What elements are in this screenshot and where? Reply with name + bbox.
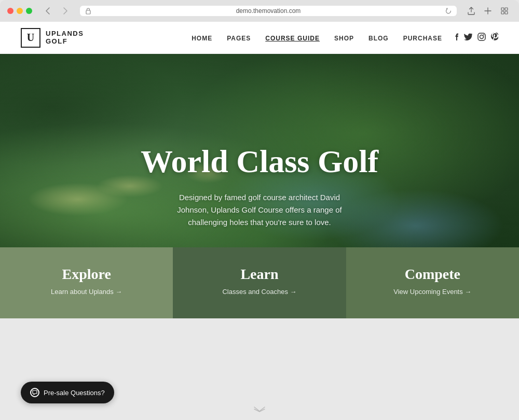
browser-titlebar: demo.themovation.com xyxy=(0,0,519,22)
grid-button[interactable] xyxy=(497,5,512,17)
new-tab-button[interactable] xyxy=(481,5,495,17)
pinterest-icon[interactable] xyxy=(491,33,498,43)
svg-point-7 xyxy=(483,34,484,35)
forward-button[interactable] xyxy=(58,5,73,17)
nav-links: HOME PAGES COURSE GUIDE SHOP BLOG PURCHA… xyxy=(192,33,442,43)
browser-actions xyxy=(464,5,512,17)
website: U UPLANDS GOLF HOME PAGES COURSE GUIDE S… xyxy=(0,22,519,318)
url-text: demo.themovation.com xyxy=(94,7,442,15)
chat-button[interactable]: Pre-sale Questions? xyxy=(21,382,114,403)
twitter-icon[interactable] xyxy=(464,33,472,42)
logo-sub: GOLF xyxy=(46,38,84,45)
nav-home[interactable]: HOME xyxy=(192,35,212,42)
compete-link[interactable]: View Upcoming Events → xyxy=(393,288,471,296)
browser-window: demo.themovation.com xyxy=(0,0,519,22)
hero-section: World Class Golf Designed by famed golf … xyxy=(0,54,519,318)
svg-rect-4 xyxy=(505,11,508,14)
compete-card[interactable]: Compete View Upcoming Events → xyxy=(346,247,519,318)
cards-section: Explore Learn about Uplands → Learn Clas… xyxy=(0,247,519,318)
share-button[interactable] xyxy=(464,5,479,17)
svg-rect-5 xyxy=(478,33,485,40)
explore-link[interactable]: Learn about Uplands → xyxy=(51,288,122,296)
nav-purchase[interactable]: PURCHASE xyxy=(403,35,442,42)
hero-title: World Class Golf xyxy=(141,144,378,179)
learn-title: Learn xyxy=(240,266,278,283)
maximize-button[interactable] xyxy=(26,8,32,14)
back-button[interactable] xyxy=(40,5,55,17)
traffic-lights xyxy=(7,8,32,14)
nav-pages[interactable]: PAGES xyxy=(227,35,251,42)
nav-shop[interactable]: SHOP xyxy=(334,35,354,42)
chat-icon xyxy=(30,388,39,397)
hero-subtitle: Designed by famed golf course architect … xyxy=(166,191,353,229)
svg-rect-1 xyxy=(501,8,504,10)
minimize-button[interactable] xyxy=(17,8,23,14)
compete-title: Compete xyxy=(405,266,460,283)
nav-course-guide[interactable]: COURSE GUIDE xyxy=(265,35,320,42)
instagram-icon[interactable] xyxy=(477,33,486,43)
nav-social xyxy=(455,33,498,43)
logo[interactable]: U UPLANDS GOLF xyxy=(21,28,84,48)
explore-title: Explore xyxy=(62,266,111,283)
logo-letter: U xyxy=(27,32,34,44)
logo-text: UPLANDS GOLF xyxy=(46,30,84,45)
close-button[interactable] xyxy=(7,8,13,14)
browser-controls xyxy=(40,5,73,17)
learn-link[interactable]: Classes and Coaches → xyxy=(222,288,296,296)
nav-blog[interactable]: BLOG xyxy=(368,35,389,42)
navigation: U UPLANDS GOLF HOME PAGES COURSE GUIDE S… xyxy=(0,22,519,54)
explore-card[interactable]: Explore Learn about Uplands → xyxy=(0,247,173,318)
svg-rect-0 xyxy=(86,10,90,14)
logo-name: UPLANDS xyxy=(46,30,84,37)
facebook-icon[interactable] xyxy=(455,33,459,43)
svg-point-6 xyxy=(480,35,484,39)
address-bar[interactable]: demo.themovation.com xyxy=(80,6,457,16)
chat-label: Pre-sale Questions? xyxy=(44,389,105,397)
logo-box: U xyxy=(21,28,40,48)
learn-card[interactable]: Learn Classes and Coaches → xyxy=(173,247,346,318)
svg-rect-2 xyxy=(505,8,508,10)
scroll-indicator xyxy=(253,405,266,414)
refresh-icon xyxy=(445,8,452,14)
lock-icon xyxy=(85,7,91,15)
svg-rect-3 xyxy=(501,11,504,14)
